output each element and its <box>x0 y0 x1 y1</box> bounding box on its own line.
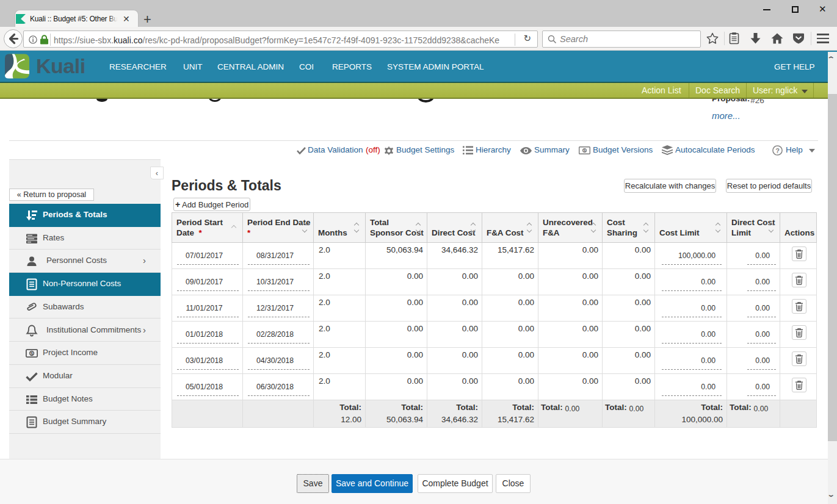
svg-text:?: ? <box>775 147 780 154</box>
svg-text:$: $ <box>584 148 586 153</box>
svg-text:$: $ <box>31 351 34 356</box>
